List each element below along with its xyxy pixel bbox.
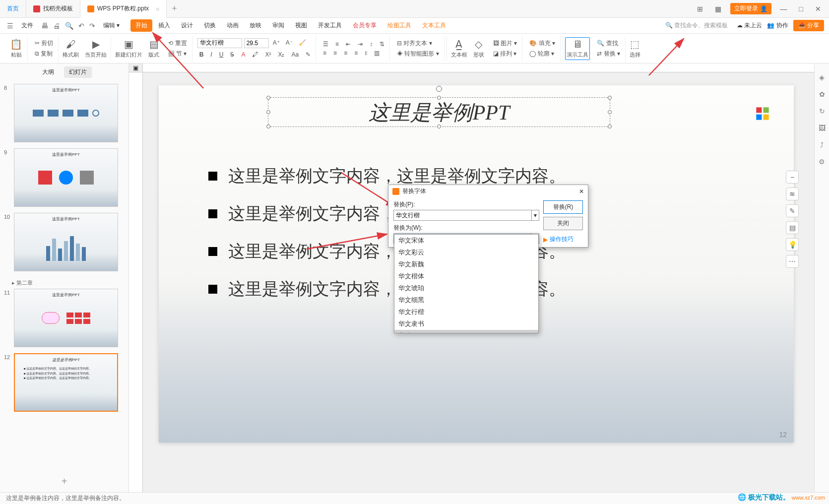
font-size-select[interactable] [244,38,269,48]
add-tab-button[interactable]: + [167,3,182,14]
menu-tab-dev[interactable]: 开发工具 [313,19,347,32]
menu-tab-design[interactable]: 设计 [176,19,198,32]
font-option[interactable]: 华文彩云 [394,247,538,258]
redo-icon[interactable]: ↷ [87,21,97,31]
add-slide-button[interactable]: + [0,471,128,492]
subscript-icon[interactable]: X₂ [276,50,286,59]
font-dropdown-list[interactable]: 华文宋体 华文彩云 华文新魏 华文楷体 华文琥珀 华文细黑 华文行楷 华文隶书 … [394,234,539,333]
font-decrease-icon[interactable]: A⁻ [284,38,295,48]
select-button[interactable]: ⬚选择 [628,37,642,60]
idea-tool[interactable]: 💡 [786,238,799,251]
indent-inc-icon[interactable]: ⇥ [356,40,365,49]
font-family-select[interactable] [197,38,242,48]
slide-thumb-11[interactable]: 11这里是举例PPT [4,289,125,347]
ruler-vertical[interactable] [129,72,143,492]
menu-tab-member[interactable]: 会员专享 [348,19,382,32]
justify-icon[interactable]: ≡ [352,49,360,58]
tab-home[interactable]: 首页 [0,0,26,18]
resize-handle[interactable] [608,110,612,114]
change-case-icon[interactable]: Aa [289,50,301,59]
resize-handle[interactable] [608,125,612,128]
rp-arrow-icon[interactable]: ⤴ [820,141,824,149]
title-textbox[interactable]: 这里是举例PPT [268,97,610,127]
text-direction-icon[interactable]: ⇅ [378,40,386,49]
copy-button[interactable]: ⧉ 复制 [33,49,55,59]
text-tool[interactable]: ▤ [786,221,799,234]
zoom-out-tool[interactable]: − [786,171,799,184]
layout-icon[interactable]: ⊞ [694,3,706,15]
file-menu[interactable]: 文件 [16,19,38,32]
font-option[interactable]: 华文琥珀 [394,282,538,294]
outline-tab[interactable]: 大纲 [37,66,59,78]
textbox-button[interactable]: A̲文本框 [449,37,469,60]
resize-handle[interactable] [266,125,270,128]
slide-thumb-10[interactable]: 10这里是举例PPT [4,213,125,271]
replace-button[interactable]: ⇄ 替换 ▾ [595,49,622,59]
line-spacing-icon[interactable]: ↕ [368,40,375,49]
slide-list[interactable]: 8这里是举例PPT 9这里是举例PPT 10这里是举例PPT ▸ 第二章 11这… [0,81,128,471]
dropdown-icon[interactable]: ▾ [532,210,539,221]
replace-font-select[interactable] [393,210,532,221]
font-increase-icon[interactable]: A⁺ [271,38,282,48]
search-commands[interactable]: 🔍 查找命令、搜索模板 [661,20,732,31]
rp-image-icon[interactable]: 🖼 [819,124,826,132]
more-tool[interactable]: ⋯ [786,255,799,268]
fill-button[interactable]: 🎨 填充 ▾ [527,38,557,49]
close-window-button[interactable]: ✕ [812,3,824,15]
tab-current-file[interactable]: WPS PPT教程.pptx○ [80,0,167,18]
menu-tab-slideshow[interactable]: 放映 [245,19,266,32]
align-left-icon[interactable]: ≡ [321,49,328,58]
picture-button[interactable]: 🖼 图片 ▾ [491,38,519,49]
cloud-status[interactable]: ☁ 未上云 [737,21,762,30]
new-slide-button[interactable]: ▣新建幻灯片 [113,37,144,60]
dialog-titlebar[interactable]: 替换字体 ✕ [388,185,588,197]
font-option[interactable]: 华文楷体 [394,270,538,282]
print-icon[interactable]: 🖨 [51,21,62,31]
save-icon[interactable]: 🖶 [39,21,50,31]
italic-icon[interactable]: I [208,50,214,59]
menu-icon[interactable]: ☰ [5,21,15,31]
find-button[interactable]: 🔍 查找 [595,38,620,49]
resize-handle[interactable] [437,125,441,128]
paste-button[interactable]: 📋粘贴 [8,37,24,60]
presenter-tools-button[interactable]: 🖥演示工具 [565,37,590,60]
bold-icon[interactable]: B [197,50,206,59]
slide-thumb-12[interactable]: 12这里是举例PPT■ 这是是举例的文字内容。这是是举例的文字内容。■ 这是是举… [4,353,125,412]
arrange-button[interactable]: ◪ 排列 ▾ [491,49,519,59]
numbering-icon[interactable]: ≡ [333,40,341,49]
outline-button[interactable]: ◯ 轮廓 ▾ [527,49,556,59]
format-painter-button[interactable]: 🖌格式刷 [61,38,81,60]
dialog-close-button[interactable]: ✕ [579,188,584,195]
rotate-handle[interactable] [436,86,442,92]
resize-handle[interactable] [266,110,270,114]
edit-menu[interactable]: 编辑 ▾ [98,19,125,32]
cut-button[interactable]: ✂ 剪切 [33,38,55,49]
menu-tab-view[interactable]: 视图 [290,19,312,32]
superscript-icon[interactable]: X² [263,50,273,59]
font-color-icon[interactable]: A [239,50,247,59]
rp-record-icon[interactable]: ◈ [819,73,825,81]
menu-tab-start[interactable]: 开始 [130,19,152,32]
align-center-icon[interactable]: ≡ [331,49,339,58]
shapes-button[interactable]: ◇形状 [471,37,486,60]
menu-tab-transition[interactable]: 切换 [199,19,221,32]
dialog-close-btn[interactable]: 关闭 [543,217,583,230]
text-effects-icon[interactable]: ✎ [304,50,313,59]
resize-handle[interactable] [608,96,612,100]
font-option[interactable]: 华文行楷 [394,306,538,318]
tab-template[interactable]: 找稻壳模板 [26,0,80,18]
menu-tab-review[interactable]: 审阅 [267,19,289,32]
resize-handle[interactable] [266,96,270,100]
share-button[interactable]: 📤 分享 [793,20,824,31]
apps-icon[interactable]: ▦ [712,3,724,15]
font-option[interactable]: 华文细黑 [394,294,538,306]
resize-handle[interactable] [437,96,441,100]
slide-thumb-9[interactable]: 9这里是举例PPT [4,148,125,207]
underline-icon[interactable]: U [217,50,226,59]
section-button[interactable]: ▦ 节 ▾ [166,49,189,59]
minimize-button[interactable]: — [777,3,790,15]
font-option[interactable]: 宋体 [394,330,538,333]
rp-settings-icon[interactable]: ⚙ [819,158,825,166]
menu-tab-animation[interactable]: 动画 [222,19,244,32]
columns-icon[interactable]: ▥ [372,49,382,58]
